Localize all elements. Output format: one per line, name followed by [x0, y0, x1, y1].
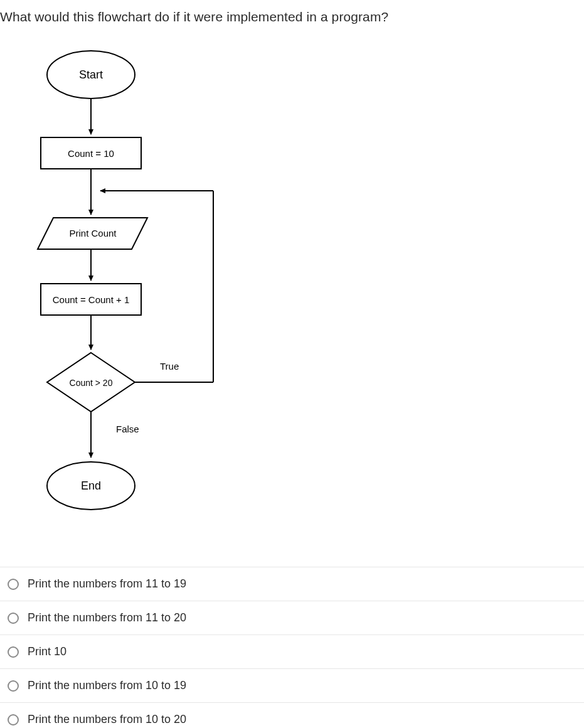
flowchart-node-end: End — [81, 479, 101, 492]
radio-icon — [8, 714, 19, 725]
answer-option-label: Print the numbers from 11 to 19 — [28, 577, 186, 591]
answer-option-label: Print the numbers from 10 to 19 — [28, 679, 186, 692]
radio-icon — [8, 579, 19, 590]
flowchart-node-inc: Count = Count + 1 — [53, 294, 130, 305]
flowchart-label-false: False — [116, 424, 139, 434]
answer-option-4[interactable]: Print the numbers from 10 to 19 — [0, 669, 584, 703]
answer-option-5[interactable]: Print the numbers from 10 to 20 — [0, 703, 584, 728]
answer-option-1[interactable]: Print the numbers from 11 to 19 — [0, 567, 584, 601]
answer-option-2[interactable]: Print the numbers from 11 to 20 — [0, 601, 584, 635]
flowchart-node-decision: Count > 20 — [70, 378, 113, 388]
radio-icon — [8, 613, 19, 624]
answer-option-label: Print 10 — [28, 645, 66, 658]
flowchart-label-true: True — [160, 361, 179, 372]
answer-option-3[interactable]: Print 10 — [0, 635, 584, 669]
flowchart-node-init: Count = 10 — [68, 148, 114, 159]
flowchart-node-print: Print Count — [69, 228, 117, 238]
answer-option-label: Print the numbers from 11 to 20 — [28, 611, 186, 624]
flowchart-container: Start Count = 10 Print Count Count = Cou… — [0, 31, 584, 567]
question-text: What would this flowchart do if it were … — [0, 0, 584, 31]
answer-options-list: Print the numbers from 11 to 19 Print th… — [0, 567, 584, 728]
radio-icon — [8, 680, 19, 692]
radio-icon — [8, 646, 19, 658]
answer-option-label: Print the numbers from 10 to 20 — [28, 713, 186, 726]
flowchart-node-start: Start — [79, 68, 103, 81]
flowchart-svg: Start Count = 10 Print Count Count = Cou… — [25, 43, 251, 545]
